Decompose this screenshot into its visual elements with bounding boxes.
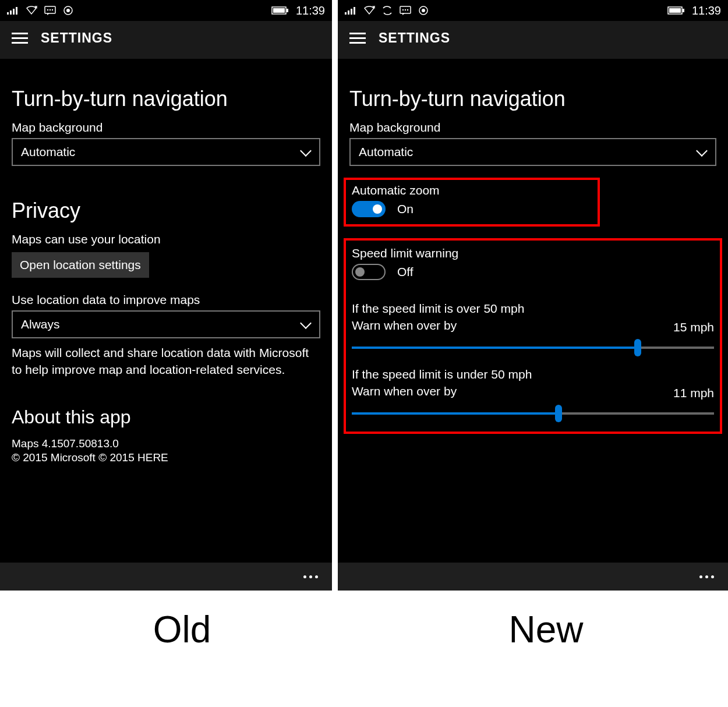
caption-old: Old [0, 591, 364, 686]
battery-icon [271, 6, 289, 15]
map-background-label: Map background [12, 121, 320, 135]
location-icon [63, 5, 73, 16]
svg-point-22 [422, 9, 425, 12]
hamburger-icon[interactable] [12, 33, 28, 44]
under-50-value: 11 mph [673, 386, 714, 400]
svg-rect-3 [16, 7, 17, 15]
svg-point-9 [66, 9, 70, 12]
caption-new: New [364, 591, 728, 686]
over-50-line1: If the speed limit is over 50 mph [352, 300, 524, 317]
map-background-value: Automatic [21, 145, 75, 159]
svg-point-5 [47, 9, 48, 10]
svg-rect-16 [354, 7, 355, 15]
automatic-zoom-toggle[interactable] [352, 201, 386, 217]
map-background-value: Automatic [359, 145, 413, 159]
chevron-down-icon [301, 149, 311, 155]
over-50-line2: Warn when over by [352, 317, 524, 334]
svg-rect-13 [345, 12, 347, 15]
phone-new: 11:39 SETTINGS Turn-by-turn navigation M… [338, 0, 728, 591]
section-about: About this app [12, 406, 320, 428]
app-version: Maps 4.1507.50813.0 [12, 437, 320, 450]
under-50-line2: Warn when over by [352, 383, 532, 400]
more-icon[interactable] [699, 575, 714, 578]
under-50-slider[interactable] [352, 411, 714, 416]
wifi-icon [363, 6, 375, 15]
header-bar: SETTINGS [338, 21, 728, 59]
status-time: 11:39 [296, 4, 325, 17]
automatic-zoom-label: Automatic zoom [352, 183, 592, 197]
phone-old: 11:39 SETTINGS Turn-by-turn navigation M… [0, 0, 332, 591]
status-bar: 11:39 [338, 0, 728, 21]
svg-rect-11 [273, 8, 285, 13]
hamburger-icon[interactable] [349, 33, 366, 44]
more-icon[interactable] [303, 575, 318, 578]
app-copyright: © 2015 Microsoft © 2015 HERE [12, 451, 320, 464]
page-title: SETTINGS [379, 30, 450, 46]
improve-maps-label: Use location data to improve maps [12, 293, 320, 307]
app-bar [0, 563, 332, 591]
message-icon [400, 6, 411, 15]
message-icon [44, 6, 56, 15]
map-background-select[interactable]: Automatic [349, 138, 716, 166]
svg-rect-1 [10, 10, 12, 15]
open-location-settings-button[interactable]: Open location settings [12, 252, 149, 278]
svg-rect-2 [13, 9, 15, 15]
sync-icon [382, 6, 393, 15]
automatic-zoom-state: On [397, 202, 414, 216]
section-turn-by-turn: Turn-by-turn navigation [12, 87, 320, 111]
highlight-speed-limit: Speed limit warning Off If the speed lim… [344, 238, 722, 434]
signal-icon [7, 6, 19, 15]
privacy-disclaimer: Maps will collect and share location dat… [12, 344, 320, 379]
signal-icon [345, 6, 356, 15]
svg-point-19 [405, 9, 406, 10]
map-background-label: Map background [349, 121, 716, 135]
chevron-down-icon [301, 321, 311, 327]
map-background-select[interactable]: Automatic [12, 138, 320, 166]
improve-maps-select[interactable]: Always [12, 310, 320, 338]
svg-point-7 [52, 9, 53, 10]
speed-limit-warning-state: Off [397, 265, 414, 279]
location-permission-label: Maps can use your location [12, 232, 320, 246]
over-50-value: 15 mph [673, 320, 714, 334]
svg-rect-15 [351, 9, 352, 15]
svg-rect-24 [669, 8, 681, 13]
section-turn-by-turn: Turn-by-turn navigation [349, 87, 716, 111]
status-time: 11:39 [692, 4, 721, 17]
highlight-autozoom: Automatic zoom On [344, 178, 600, 227]
svg-rect-0 [7, 12, 9, 15]
svg-rect-25 [683, 9, 684, 12]
location-icon [418, 5, 429, 16]
under-50-line1: If the speed limit is under 50 mph [352, 366, 532, 383]
svg-rect-14 [348, 10, 349, 15]
page-title: SETTINGS [41, 30, 112, 46]
svg-point-6 [50, 9, 51, 10]
svg-rect-12 [287, 9, 288, 12]
status-bar: 11:39 [0, 0, 332, 21]
improve-maps-value: Always [21, 317, 60, 331]
speed-limit-warning-label: Speed limit warning [352, 246, 714, 260]
header-bar: SETTINGS [0, 21, 332, 59]
chevron-down-icon [697, 149, 707, 155]
svg-point-18 [402, 9, 404, 10]
wifi-icon [26, 6, 37, 15]
over-50-slider[interactable] [352, 345, 714, 351]
battery-icon [667, 6, 685, 15]
section-privacy: Privacy [12, 199, 320, 223]
app-bar [338, 563, 728, 591]
speed-limit-warning-toggle[interactable] [352, 264, 386, 280]
svg-point-20 [407, 9, 408, 10]
